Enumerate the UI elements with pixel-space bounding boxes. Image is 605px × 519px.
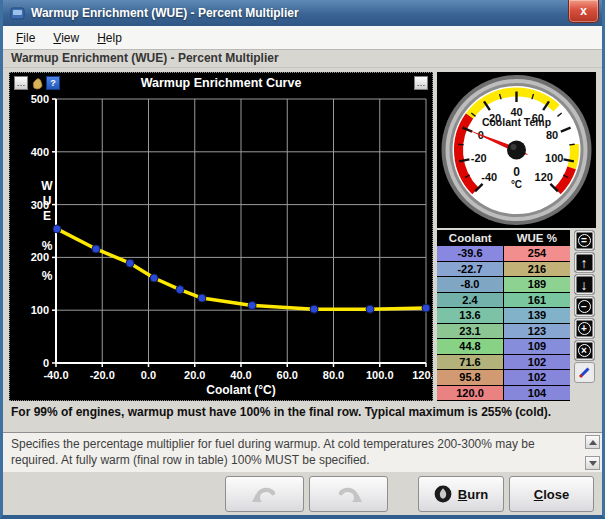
wue-cell[interactable]: 254 bbox=[504, 246, 570, 261]
table-row: 2.4161 bbox=[437, 293, 570, 308]
triangle-down-icon bbox=[589, 461, 597, 466]
shift-up-button[interactable]: ↑ bbox=[574, 252, 595, 273]
wue-cell[interactable]: 102 bbox=[504, 370, 570, 385]
wue-cell[interactable]: 216 bbox=[504, 262, 570, 277]
close-icon: x bbox=[580, 4, 587, 18]
table-row: 23.1123 bbox=[437, 324, 570, 339]
coolant-cell[interactable]: -8.0 bbox=[437, 277, 503, 292]
wue-cell[interactable]: 189 bbox=[504, 277, 570, 292]
coolant-gauge-panel: -40-20020406080100120Coolant Temp0°C bbox=[437, 72, 596, 228]
warning-note: For 99% of engines, warmup must have 100… bbox=[3, 404, 602, 422]
table-row: 95.8102 bbox=[437, 370, 570, 385]
wue-table-body: -39.6254-22.7216-8.01892.416113.613923.1… bbox=[437, 246, 570, 401]
wue-table: Coolant WUE % -39.6254-22.7216-8.01892.4… bbox=[437, 230, 570, 401]
svg-text:-20.0: -20.0 bbox=[90, 369, 115, 381]
redo-button[interactable] bbox=[309, 476, 388, 512]
burn-flame-icon bbox=[434, 485, 452, 503]
coolant-cell[interactable]: 120.0 bbox=[437, 386, 503, 401]
svg-text:0.0: 0.0 bbox=[141, 369, 156, 381]
set-equal-button[interactable]: = bbox=[574, 230, 595, 251]
table-row: -22.7216 bbox=[437, 262, 570, 277]
svg-text:-40.0: -40.0 bbox=[43, 369, 68, 381]
svg-text:500: 500 bbox=[31, 93, 49, 105]
redo-icon bbox=[334, 482, 364, 506]
undo-button[interactable] bbox=[225, 476, 304, 512]
svg-text:Coolant (°C): Coolant (°C) bbox=[206, 383, 275, 397]
burn-button[interactable]: Burn bbox=[418, 476, 504, 512]
wue-cell[interactable]: 104 bbox=[504, 386, 570, 401]
wue-cell[interactable]: 123 bbox=[504, 324, 570, 339]
table-edit-buttons: =↑↓−+× bbox=[572, 230, 596, 401]
wue-cell[interactable]: 109 bbox=[504, 339, 570, 354]
table-row: 120.0104 bbox=[437, 386, 570, 401]
menu-help[interactable]: Help bbox=[88, 28, 131, 48]
table-row: 44.8109 bbox=[437, 339, 570, 354]
svg-text:200: 200 bbox=[31, 251, 49, 263]
menu-file[interactable]: File bbox=[7, 28, 44, 48]
svg-text:300: 300 bbox=[31, 199, 49, 211]
hand-drag-icon[interactable] bbox=[30, 76, 44, 90]
menu-view[interactable]: View bbox=[44, 28, 88, 48]
svg-text:60.0: 60.0 bbox=[277, 369, 298, 381]
pencil-icon bbox=[577, 365, 592, 380]
burn-label: Burn bbox=[458, 487, 488, 502]
svg-text:100: 100 bbox=[31, 304, 49, 316]
title-bar: Warmup Enrichment (WUE) - Percent Multip… bbox=[3, 0, 602, 26]
svg-text:0: 0 bbox=[43, 357, 49, 369]
svg-text:120.0: 120.0 bbox=[412, 369, 432, 381]
scroll-down-button[interactable] bbox=[585, 456, 600, 470]
svg-text:400: 400 bbox=[31, 146, 49, 158]
wue-cell[interactable]: 161 bbox=[504, 293, 570, 308]
table-row: -39.6254 bbox=[437, 246, 570, 261]
scroll-up-button[interactable] bbox=[585, 435, 600, 449]
chart-toolbar: … ? bbox=[14, 76, 60, 90]
coolant-cell[interactable]: 23.1 bbox=[437, 324, 503, 339]
coolant-temp-gauge: -40-20020406080100120Coolant Temp0°C bbox=[437, 72, 596, 228]
svg-text:20.0: 20.0 bbox=[184, 369, 205, 381]
decrement-button[interactable]: − bbox=[574, 296, 595, 317]
svg-text:0: 0 bbox=[513, 165, 520, 179]
wue-cell[interactable]: 102 bbox=[504, 355, 570, 370]
menu-bar: FileViewHelp bbox=[3, 26, 602, 50]
coolant-cell[interactable]: -39.6 bbox=[437, 246, 503, 261]
curve-chart-panel[interactable]: … ? … Warmup Enrichment Curve W U E % % … bbox=[9, 72, 433, 401]
table-row: 71.6102 bbox=[437, 355, 570, 370]
close-button[interactable]: Close bbox=[509, 476, 594, 512]
description-text: Specifies the percentage multiplier for … bbox=[11, 437, 535, 467]
increment-button[interactable]: + bbox=[574, 318, 595, 339]
svg-text:120: 120 bbox=[535, 171, 553, 183]
svg-text:80: 80 bbox=[546, 129, 558, 141]
table-row: 13.6139 bbox=[437, 308, 570, 323]
svg-text:Coolant Temp: Coolant Temp bbox=[482, 116, 551, 128]
coolant-cell[interactable]: 13.6 bbox=[437, 308, 503, 323]
chart-more-icon[interactable]: … bbox=[414, 76, 428, 90]
wue-cell[interactable]: 139 bbox=[504, 308, 570, 323]
svg-text:-40: -40 bbox=[481, 171, 497, 183]
app-icon bbox=[10, 6, 25, 21]
edit-pencil-button[interactable] bbox=[574, 362, 595, 383]
description-panel: Specifies the percentage multiplier for … bbox=[3, 432, 602, 472]
right-column: -40-20020406080100120Coolant Temp0°C Coo… bbox=[437, 72, 596, 401]
main-content: … ? … Warmup Enrichment Curve W U E % % … bbox=[3, 68, 602, 404]
warmup-curve-plot[interactable]: -40.0-20.00.020.040.060.080.0100.0120.00… bbox=[10, 73, 432, 400]
shift-down-button[interactable]: ↓ bbox=[574, 274, 595, 295]
close-label: Close bbox=[534, 487, 569, 502]
close-window-button[interactable]: x bbox=[568, 0, 599, 23]
triangle-up-icon bbox=[589, 440, 597, 445]
table-area: Coolant WUE % -39.6254-22.7216-8.01892.4… bbox=[437, 230, 596, 401]
chart-options-icon[interactable]: … bbox=[14, 76, 28, 90]
wue-column-header: WUE % bbox=[504, 232, 571, 244]
coolant-cell[interactable]: 2.4 bbox=[437, 293, 503, 308]
coolant-cell[interactable]: 71.6 bbox=[437, 355, 503, 370]
wue-window: Warmup Enrichment (WUE) - Percent Multip… bbox=[0, 0, 605, 519]
clear-button[interactable]: × bbox=[574, 340, 595, 361]
table-header: Coolant WUE % bbox=[437, 230, 570, 246]
help-icon[interactable]: ? bbox=[46, 76, 60, 90]
footer-bar: Burn Close bbox=[3, 472, 602, 516]
svg-text:100.0: 100.0 bbox=[366, 369, 394, 381]
svg-text:°C: °C bbox=[511, 179, 522, 190]
coolant-cell[interactable]: 44.8 bbox=[437, 339, 503, 354]
coolant-cell[interactable]: 95.8 bbox=[437, 370, 503, 385]
coolant-cell[interactable]: -22.7 bbox=[437, 262, 503, 277]
svg-text:-20: -20 bbox=[471, 152, 487, 164]
